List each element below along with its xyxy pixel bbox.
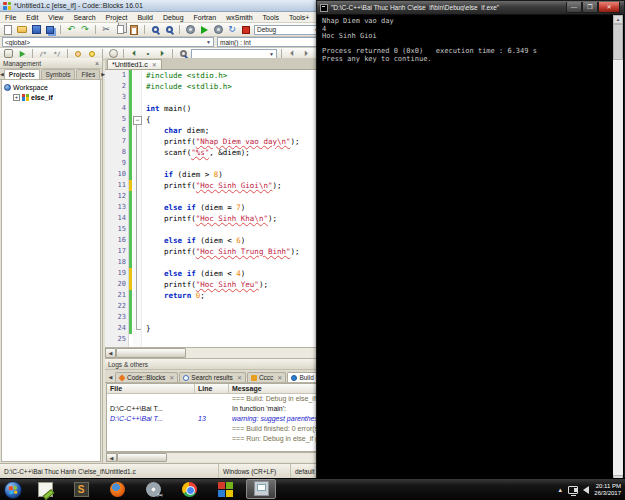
- copy-button[interactable]: [114, 24, 126, 36]
- column-header-line[interactable]: Line: [195, 384, 229, 393]
- fold-margin: [132, 103, 142, 114]
- new-file-button[interactable]: [2, 24, 14, 36]
- line-number: 15: [105, 224, 129, 235]
- editor-tab-untitled1[interactable]: *Untitled1.c ✕: [107, 59, 162, 69]
- save-all-button[interactable]: [44, 24, 56, 36]
- log-cell-file: D:\C-C++\Bai T...: [107, 414, 195, 424]
- find-button[interactable]: [149, 24, 161, 36]
- console-scrollbar[interactable]: ▲ ▼: [613, 15, 623, 484]
- tree-item-workspace[interactable]: Workspace: [3, 82, 99, 92]
- console-icon: [320, 4, 328, 12]
- build-log-icon: [291, 375, 297, 381]
- scroll-left-icon[interactable]: ◀: [105, 348, 116, 358]
- code-text: [142, 224, 146, 235]
- scroll-left-icon[interactable]: ◀: [106, 453, 117, 462]
- fold-margin: [132, 235, 142, 246]
- close-icon[interactable]: ✕: [152, 61, 157, 68]
- menu-tools[interactable]: Tools: [258, 12, 284, 22]
- paste-button[interactable]: [128, 24, 140, 36]
- code-text: #include <stdlib.h>: [142, 81, 232, 92]
- save-button[interactable]: [30, 24, 42, 36]
- close-button[interactable]: ✕: [598, 2, 620, 13]
- taskbar-app-chrome[interactable]: [174, 479, 204, 500]
- cut-button[interactable]: ✂: [100, 24, 112, 36]
- close-icon[interactable]: ✕: [169, 374, 174, 381]
- management-tab-symbols[interactable]: Symbols: [41, 69, 76, 79]
- column-header-file[interactable]: File: [107, 384, 195, 393]
- speaker-icon[interactable]: [583, 486, 589, 494]
- build-button[interactable]: [184, 24, 196, 36]
- line-number: 22: [105, 301, 129, 312]
- rebuild-button[interactable]: ↻: [226, 24, 238, 36]
- abort-button[interactable]: [240, 24, 252, 36]
- menu-build[interactable]: Build: [132, 12, 158, 22]
- close-icon[interactable]: ✕: [277, 374, 282, 381]
- management-tab-files[interactable]: Files: [76, 69, 100, 79]
- taskbar-app-firefox[interactable]: [102, 479, 132, 500]
- scrollbar-thumb[interactable]: [116, 348, 186, 358]
- log-tab-code-blocks[interactable]: Code::Blocks✕: [115, 372, 178, 382]
- menu-edit[interactable]: Edit: [21, 12, 43, 22]
- fold-margin: [132, 147, 142, 158]
- maximize-button[interactable]: ❐: [582, 2, 598, 13]
- window-title: *Untitled1.c [else_if] - Code::Blocks 16…: [14, 2, 143, 9]
- log-cell-line: [195, 434, 229, 444]
- menu-view[interactable]: View: [43, 12, 68, 22]
- console-title-bar[interactable]: "D:\C-C++\Bai Thuc Hanh C\else_if\bin\De…: [317, 1, 624, 15]
- taskbar-app-media-tool[interactable]: [138, 479, 168, 500]
- fold-margin: [132, 158, 142, 169]
- tray-expand-icon[interactable]: ▲: [557, 487, 563, 493]
- expander-icon[interactable]: +: [13, 94, 20, 101]
- incremental-search-input[interactable]: ▼: [191, 49, 277, 59]
- scrollbar-thumb[interactable]: [613, 24, 623, 60]
- minimize-button[interactable]: —: [566, 2, 582, 13]
- taskbar-app-codeblocks[interactable]: [210, 479, 240, 500]
- close-icon[interactable]: ✕: [237, 374, 242, 381]
- line-number: 16: [105, 235, 129, 246]
- close-icon[interactable]: ×: [95, 60, 99, 67]
- run-button[interactable]: [198, 24, 210, 36]
- codeblocks-logo-icon: [3, 2, 11, 10]
- taskbar-app-sublime[interactable]: S: [66, 479, 96, 500]
- start-button[interactable]: [4, 481, 22, 499]
- fold-margin: [132, 213, 142, 224]
- taskbar-app-photo-viewer[interactable]: [246, 479, 276, 499]
- fold-toggle-icon[interactable]: [132, 114, 142, 125]
- log-cell-file: [107, 394, 195, 404]
- code-text: if (diem > 8): [142, 169, 223, 180]
- menu-wxsmith[interactable]: wxSmith: [221, 12, 257, 22]
- console-output[interactable]: Nhap Diem vao day4Hoc Sinh Gioi Process …: [318, 15, 613, 484]
- code-text: printf("Hoc Sinh Trung Binh");: [142, 246, 300, 257]
- undo-button[interactable]: ↶: [65, 24, 77, 36]
- build-and-run-button[interactable]: [212, 24, 224, 36]
- menu-debug[interactable]: Debug: [158, 12, 189, 22]
- line-number: 23: [105, 312, 129, 323]
- scope-combobox[interactable]: <global> ▼: [2, 37, 214, 47]
- fold-margin: [132, 246, 142, 257]
- scrollbar-thumb[interactable]: [117, 453, 167, 462]
- build-target-combobox[interactable]: Debug ▼: [254, 25, 322, 35]
- tabs-scroll-left-icon[interactable]: ◀: [107, 374, 114, 380]
- management-tab-projects[interactable]: Projects: [4, 69, 40, 79]
- tree-item-else-if[interactable]: +else_if: [3, 92, 99, 102]
- chrome-icon: [182, 482, 197, 497]
- log-tab-search-results[interactable]: Search results✕: [179, 372, 246, 382]
- menu-tools[interactable]: Tools+: [284, 12, 314, 22]
- line-number: 9: [105, 158, 129, 169]
- code-text: #include <stdio.h>: [142, 70, 227, 81]
- menu-file[interactable]: File: [0, 12, 21, 22]
- log-tab-cccc[interactable]: Cccc✕: [247, 372, 286, 382]
- log-cell-line: [195, 394, 229, 404]
- tray-date: 26/3/2017: [594, 490, 621, 497]
- management-caption[interactable]: Management ×: [0, 58, 102, 69]
- taskbar-app-notepad[interactable]: [30, 479, 60, 500]
- line-number: 1: [105, 70, 129, 81]
- tray-clock[interactable]: 20:11 PM 26/3/2017: [594, 483, 621, 497]
- open-file-button[interactable]: [16, 24, 28, 36]
- replace-button[interactable]: [163, 24, 175, 36]
- menu-search[interactable]: Search: [68, 12, 100, 22]
- menu-project[interactable]: Project: [101, 12, 133, 22]
- menu-fortran[interactable]: Fortran: [189, 12, 222, 22]
- scroll-up-icon[interactable]: ▲: [613, 15, 623, 24]
- redo-button[interactable]: ↷: [79, 24, 91, 36]
